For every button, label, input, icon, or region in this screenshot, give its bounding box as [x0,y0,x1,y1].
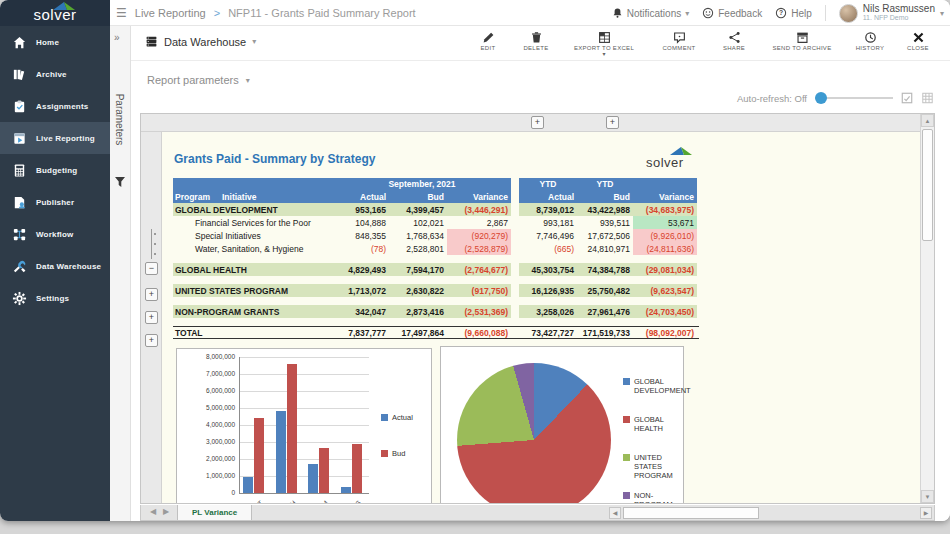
outline-dot [154,233,156,235]
table-cell: 2,528,801 [389,242,447,255]
table-cell: (917,750) [447,284,511,297]
sidebar-item-assignments[interactable]: Assignments [0,90,110,122]
budgeting-icon [12,163,27,178]
row-outline-gutter: − + + + [141,132,162,503]
vertical-scrollbar[interactable]: ▲ ▼ [920,114,934,503]
table-cell: 4,399,457 [389,203,447,216]
edit-button[interactable]: EDIT [466,28,510,56]
pie-disc [457,363,611,503]
expand-group-button[interactable]: + [145,334,158,347]
scroll-down-button[interactable]: ▼ [921,490,934,503]
edit-report-icon[interactable] [901,92,913,104]
row-label: GLOBAL DEVELOPMENT [173,203,333,216]
table-cell: (2,528,879) [447,242,511,255]
table-cell: 2,867 [447,216,511,229]
expand-group-button[interactable]: + [145,288,158,301]
collapse-group-button[interactable]: − [145,262,158,275]
help-label: Help [791,8,812,19]
app-window: solver ☰ Live Reporting > NFP11 - Grants… [0,0,950,521]
report-parameters-toggle[interactable]: Report parameters ▾ [147,74,250,86]
table-cell: (665) [519,242,577,255]
sheet-tab-pl-variance[interactable]: PL Variance [177,505,252,520]
table-cell: (24,811,636) [633,242,697,255]
svg-text:?: ? [779,9,783,16]
solver-triangle-icon [670,146,692,155]
prev-sheet-button[interactable]: ◀ [150,507,156,516]
workflow-icon [12,227,27,242]
table-cell: (29,081,034) [633,263,697,276]
row-label: Special Initiatives [173,229,333,242]
breadcrumb: ☰ Live Reporting > NFP11 - Grants Paid S… [116,0,416,26]
report-sheet: Grants Paid - Summary by Strategy solver… [162,132,922,503]
sidebar-item-label: Archive [36,70,67,79]
sidebar-item-home[interactable]: Home [0,26,110,58]
expand-columns-button[interactable]: + [531,116,544,129]
scrollbar-thumb[interactable] [623,507,759,519]
report-logo: solver [640,146,700,164]
table-cell: (34,683,975) [633,203,697,216]
parameters-label[interactable]: Parameters [114,85,125,155]
breadcrumb-section[interactable]: Live Reporting [135,7,206,19]
table-cell: (78) [333,242,389,255]
top-header: solver ☰ Live Reporting > NFP11 - Grants… [0,0,950,26]
legend-swatch [381,450,388,457]
sidebar-item-settings[interactable]: Settings [0,282,110,314]
sidebar-item-workflow[interactable]: Workflow [0,218,110,250]
sidebar-item-live-reporting[interactable]: Live Reporting [0,122,110,154]
scroll-left-button[interactable]: ◀ [609,507,621,519]
table-cell: 17,672,506 [577,229,633,242]
edit-icon [482,31,495,44]
expand-columns-button[interactable]: + [606,116,619,129]
scrollbar-thumb[interactable] [922,129,933,241]
table-cell: 939,511 [577,216,633,229]
data-source-selector[interactable]: Data Warehouse ▾ [145,35,256,48]
scroll-right-button[interactable]: ▶ [920,507,932,519]
export-to-excel-button[interactable]: EXPORT TO EXCEL ▾ [562,28,646,56]
comment-button[interactable]: COMMENT [650,28,708,56]
bell-icon [612,7,623,19]
bar-bud [319,448,329,493]
sidebar-item-archive[interactable]: Archive [0,58,110,90]
send-to-archive-button[interactable]: SEND TO ARCHIVE [760,28,844,56]
slider-knob[interactable] [815,92,827,104]
user-menu[interactable]: Nils Rasmussen 11. NFP Demo ▾ [839,4,944,23]
legend-swatch [623,416,630,423]
sidebar-item-publisher[interactable]: Publisher [0,186,110,218]
close-button[interactable]: CLOSE [896,28,940,56]
history-button[interactable]: HISTORY [848,28,892,56]
sidebar-item-data-warehouse[interactable]: Data Warehouse [0,250,110,282]
expand-group-button[interactable]: + [145,311,158,324]
y-tick-label: 2,000,000 [195,455,235,462]
table-cell: (2,531,369) [447,305,511,318]
column-header-bud: Bud [577,190,633,203]
delete-button[interactable]: DELETE [514,28,558,56]
filter-icon[interactable] [114,176,126,188]
sidebar-item-budgeting[interactable]: Budgeting [0,154,110,186]
share-button[interactable]: SHARE [712,28,756,56]
grid-view-icon[interactable] [921,92,934,104]
column-header-actual: Actual [333,190,389,203]
legend-entry: GLOBAL DEVELOPMENT [623,377,681,395]
legend-swatch [623,492,630,499]
table-cell: (2,764,677) [447,263,511,276]
table-cell: 953,165 [333,203,389,216]
scroll-up-button[interactable]: ▲ [921,114,934,127]
horizontal-scrollbar[interactable]: ◀ ▶ [609,507,932,519]
comment-icon [673,31,686,44]
feedback-button[interactable]: Feedback [702,7,762,19]
help-button[interactable]: ? Help [775,7,812,19]
action-label: HISTORY [856,45,885,51]
autorefresh-slider[interactable] [815,92,893,104]
next-sheet-button[interactable]: ▶ [163,507,169,516]
table-cell: 53,671 [633,216,697,229]
action-label: EDIT [481,45,496,51]
table-cell: (9,926,010) [633,229,697,242]
table-cell: 4,829,493 [333,263,389,276]
table-cell: 7,746,496 [519,229,577,242]
sidebar: Home Archive Assignments Live Reporting … [0,26,110,521]
table-cell: (9,623,547) [633,284,697,297]
table-cell: 45,303,754 [519,263,577,276]
expand-panel-icon[interactable]: » [114,32,120,43]
menu-icon[interactable]: ☰ [116,6,127,20]
notifications-button[interactable]: Notifications ▾ [612,7,689,19]
